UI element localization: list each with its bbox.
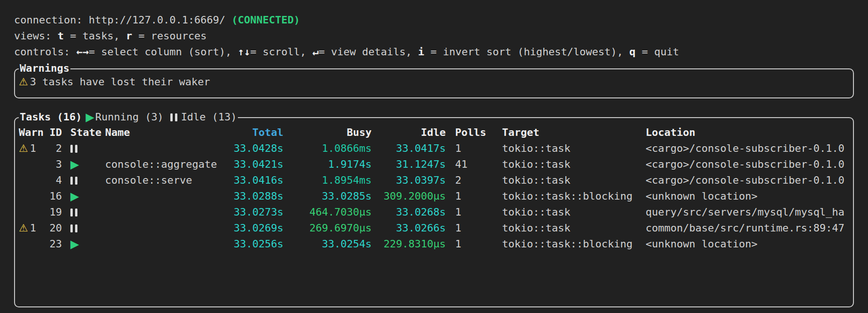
tasks-panel: Tasks (16)▶Running (3)Idle (13) WarnIDSt… <box>14 117 854 307</box>
running-state-icon: ▶ <box>70 159 79 170</box>
task-state-cell <box>62 145 105 153</box>
task-row[interactable]: 1933.0273s464.7030µs33.0268s1tokio::task… <box>18 204 850 220</box>
idle-count-label: Idle (13) <box>181 109 237 125</box>
left-right-arrow-icon: ←→ <box>76 46 89 58</box>
task-location: <unknown location> <box>646 188 850 204</box>
warn-count: 1 <box>30 141 36 156</box>
view-details-desc: = view details, <box>319 46 418 58</box>
task-busy: 1.8954ms <box>283 172 372 188</box>
warn-count: 1 <box>30 220 36 236</box>
task-idle: 33.0397s <box>372 172 446 188</box>
scroll-desc: = scroll, <box>250 46 312 58</box>
task-idle: 229.8310µs <box>372 236 446 252</box>
column-header-polls[interactable]: Polls <box>446 125 502 141</box>
task-state-cell <box>62 177 105 185</box>
column-header-busy[interactable]: Busy <box>283 125 372 141</box>
tasks-panel-title: Tasks (16)▶Running (3)Idle (13) <box>19 109 238 125</box>
task-polls: 1 <box>446 204 502 220</box>
task-target: tokio::task <box>502 220 646 236</box>
task-location: <cargo>/console-subscriber-0.1.0 <box>646 172 850 188</box>
task-id: 4 <box>45 172 62 188</box>
task-polls: 1 <box>446 141 502 156</box>
warning-triangle-icon: ⚠ <box>19 141 28 156</box>
controls-label: controls: <box>14 46 76 58</box>
task-row[interactable]: ⚠12033.0269s269.6970µs33.0266s1tokio::ta… <box>18 220 850 236</box>
task-busy: 33.0254s <box>283 236 372 252</box>
task-row[interactable]: ⚠1233.0428s1.0866ms33.0417s1tokio::task<… <box>18 141 850 156</box>
task-idle: 31.1247s <box>372 156 446 172</box>
task-row[interactable]: 4console::serve33.0416s1.8954ms33.0397s2… <box>18 172 850 188</box>
running-count-label: Running (3) <box>95 109 164 125</box>
task-state-cell: ▶ <box>62 238 105 250</box>
task-name: console::serve <box>105 172 218 188</box>
task-name: console::aggregate <box>105 156 218 172</box>
column-header-location[interactable]: Location <box>646 125 850 141</box>
task-location: <cargo>/console-subscriber-0.1.0 <box>646 156 850 172</box>
task-id: 20 <box>45 220 62 236</box>
column-header-target[interactable]: Target <box>502 125 646 141</box>
connection-line: connection: http://127.0.0.1:6669/ (CONN… <box>14 12 854 28</box>
task-total: 33.0288s <box>218 188 283 204</box>
task-id: 2 <box>45 141 62 156</box>
views-line: views: t = tasks, r = resources <box>14 28 854 44</box>
task-busy: 269.6970µs <box>283 220 372 236</box>
running-state-icon: ▶ <box>70 238 79 250</box>
task-warn-cell: ⚠1 <box>18 141 45 156</box>
task-total: 33.0416s <box>218 172 283 188</box>
task-target: tokio::task <box>502 204 646 220</box>
warning-triangle-icon: ⚠ <box>19 220 28 236</box>
r-desc: = resources <box>132 30 207 42</box>
task-total: 33.0421s <box>218 156 283 172</box>
warning-triangle-icon: ⚠ <box>19 74 28 90</box>
task-location: query/src/servers/mysql/mysql_ha <box>646 204 850 220</box>
task-polls: 41 <box>446 156 502 172</box>
task-row[interactable]: 16▶33.0288s33.0285s309.2000µs1tokio::tas… <box>18 188 850 204</box>
idle-state-icon <box>70 177 77 185</box>
t-desc: = tasks, <box>64 30 126 42</box>
up-down-arrow-icon: ↑↓ <box>238 46 251 58</box>
column-header-state[interactable]: State <box>62 125 105 141</box>
column-header-name[interactable]: Name <box>105 125 218 141</box>
key-q: q <box>629 46 635 58</box>
select-column-desc: = select column (sort), <box>89 46 238 58</box>
task-row[interactable]: 3▶console::aggregate33.0421s1.9174s31.12… <box>18 156 850 172</box>
task-location: <cargo>/console-subscriber-0.1.0 <box>646 141 850 156</box>
quit-desc: = quit <box>636 46 679 58</box>
task-row[interactable]: 23▶33.0256s33.0254s229.8310µs1tokio::tas… <box>18 236 850 252</box>
task-state-cell: ▶ <box>62 191 105 202</box>
connection-status: (CONNECTED) <box>232 14 300 26</box>
connection-label: connection: <box>14 14 89 26</box>
task-total: 33.0273s <box>218 204 283 220</box>
enter-icon: ↵ <box>312 46 319 58</box>
task-total: 33.0256s <box>218 236 283 252</box>
task-busy: 1.0866ms <box>283 141 372 156</box>
task-target: tokio::task::blocking <box>502 188 646 204</box>
task-polls: 1 <box>446 188 502 204</box>
task-target: tokio::task <box>502 172 646 188</box>
column-header-idle[interactable]: Idle <box>372 125 446 141</box>
task-id: 3 <box>45 156 62 172</box>
invert-sort-desc: = invert sort (highest/lowest), <box>424 46 629 58</box>
task-total: 33.0428s <box>218 141 283 156</box>
task-polls: 1 <box>446 220 502 236</box>
column-header-total[interactable]: Total <box>218 125 283 141</box>
task-id: 19 <box>45 204 62 220</box>
task-id: 16 <box>45 188 62 204</box>
task-warn-cell: ⚠1 <box>18 220 45 236</box>
idle-state-icon <box>170 113 177 121</box>
tasks-table: WarnIDStateNameTotalBusyIdlePollsTargetL… <box>18 125 850 252</box>
key-i: i <box>418 46 424 58</box>
task-state-cell <box>62 209 105 216</box>
task-target: tokio::task <box>502 156 646 172</box>
task-idle: 33.0417s <box>372 141 446 156</box>
task-idle: 33.0266s <box>372 220 446 236</box>
task-busy: 1.9174s <box>283 156 372 172</box>
task-id: 23 <box>45 236 62 252</box>
column-header-warn[interactable]: Warn <box>18 125 45 141</box>
task-polls: 2 <box>446 172 502 188</box>
task-total: 33.0269s <box>218 220 283 236</box>
task-target: tokio::task <box>502 141 646 156</box>
idle-state-icon <box>70 145 77 153</box>
column-header-id[interactable]: ID <box>45 125 62 141</box>
idle-state-icon <box>70 224 77 232</box>
